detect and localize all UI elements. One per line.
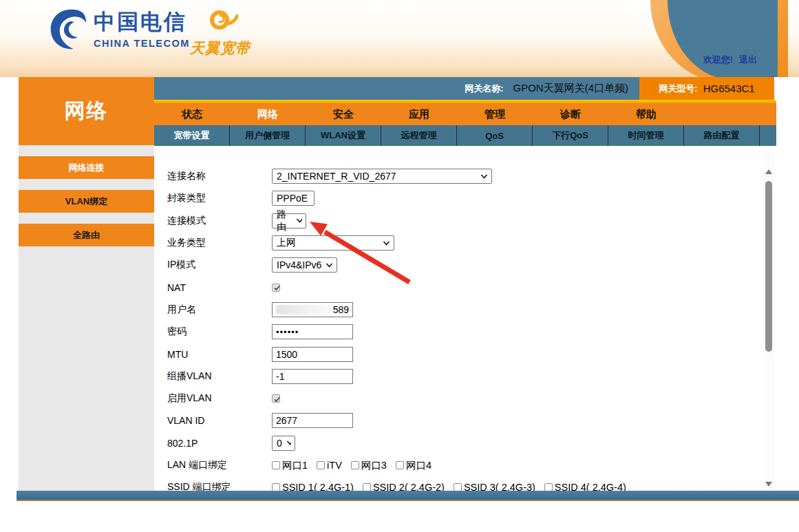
- sidebar-item-vlan-binding[interactable]: VLAN绑定: [19, 190, 154, 213]
- welcome-text: 欢迎您!: [703, 54, 733, 65]
- service-type-label: 业务类型: [167, 237, 272, 249]
- gateway-name-value: GPON天翼网关(4口单频): [513, 82, 628, 95]
- ssid1-checkbox[interactable]: [272, 483, 280, 491]
- form-row-ip-mode: IP模式 IPv4&IPv6: [167, 254, 763, 276]
- subtab-wlan-settings[interactable]: WLAN设置: [306, 125, 381, 146]
- form-row-enable-vlan: 启用VLAN: [167, 387, 763, 409]
- connection-mode-label: 连接模式: [167, 215, 272, 227]
- username-visible-digits: 589: [333, 304, 349, 315]
- subtab-time-management[interactable]: 时间管理: [608, 125, 684, 146]
- username-redaction-blur: [276, 305, 331, 315]
- chevron-down-icon: [296, 218, 302, 223]
- main-menu: 状态 网络 安全 应用 管理 诊断 帮助: [154, 103, 776, 125]
- form-row-username: 用户名 589: [167, 299, 763, 321]
- tab-application[interactable]: 应用: [381, 103, 457, 125]
- ssid4-label: SSID 4( 2.4G-4): [555, 482, 626, 491]
- mtu-value: 1500: [276, 349, 297, 360]
- form-row-multicast-vlan: 组播VLAN -1: [167, 365, 763, 387]
- nat-checkbox[interactable]: [272, 284, 280, 292]
- chevron-down-icon: [383, 241, 390, 246]
- 8021p-label: 802.1P: [167, 438, 272, 449]
- tab-help[interactable]: 帮助: [608, 103, 684, 125]
- multicast-vlan-label: 组播VLAN: [167, 370, 272, 383]
- ssid4-checkbox[interactable]: [544, 483, 553, 491]
- ssid3-checkbox[interactable]: [454, 483, 462, 491]
- china-telecom-logo: 中国电信 CHINA TELECOM: [48, 6, 190, 51]
- vlan-id-input[interactable]: 2677: [272, 413, 353, 428]
- footer-accent-line: [17, 500, 799, 501]
- sidebar-item-network-connection[interactable]: 网络连接: [19, 156, 154, 179]
- lan-itv-checkbox[interactable]: [317, 461, 325, 469]
- lan-itv-label: iTV: [327, 460, 342, 471]
- encapsulation-type-select[interactable]: PPPoE: [272, 191, 315, 206]
- lan-port1-checkbox[interactable]: [272, 461, 280, 469]
- mtu-label: MTU: [167, 349, 272, 360]
- ip-mode-select[interactable]: IPv4&IPv6: [272, 257, 337, 273]
- vertical-scrollbar[interactable]: [763, 146, 775, 491]
- ssid-checkbox-group: SSID 1( 2.4G-1) SSID 2( 2.4G-2) SSID 3( …: [272, 482, 626, 491]
- form-row-encapsulation-type: 封装类型 PPPoE: [167, 187, 763, 209]
- tab-status[interactable]: 状态: [154, 103, 230, 125]
- multicast-vlan-input[interactable]: -1: [272, 369, 353, 384]
- logout-link[interactable]: 退出: [739, 54, 757, 65]
- lan-port4-checkbox[interactable]: [396, 461, 404, 469]
- gateway-model: 网关型号: HG6543C1: [639, 77, 774, 100]
- subtab-route-config[interactable]: 路由配置: [684, 125, 760, 146]
- gateway-model-label: 网关型号:: [659, 83, 697, 95]
- multicast-vlan-value: -1: [276, 371, 284, 382]
- password-input[interactable]: ••••••: [272, 324, 353, 339]
- lan-port3-label: 网口3: [361, 459, 387, 472]
- tab-security[interactable]: 安全: [306, 103, 381, 125]
- scroll-up-arrow-icon[interactable]: [765, 169, 772, 174]
- form-row-8021p: 802.1P 0: [167, 432, 763, 454]
- sidebar: 网络 网络连接 VLAN绑定 全路由: [19, 77, 154, 491]
- subtab-qos[interactable]: QoS: [457, 125, 533, 146]
- vlan-id-value: 2677: [276, 415, 297, 426]
- form-row-nat: NAT: [167, 276, 763, 298]
- logo-text-en: CHINA TELECOM: [94, 38, 190, 49]
- 8021p-select[interactable]: 0: [272, 436, 295, 451]
- tab-diagnosis[interactable]: 诊断: [533, 103, 608, 125]
- lan-port-binding-label: LAN 端口绑定: [167, 459, 272, 471]
- connection-name-select[interactable]: 2_INTERNET_R_VID_2677: [272, 169, 492, 184]
- username-label: 用户名: [167, 304, 272, 316]
- ssid2-checkbox[interactable]: [363, 483, 371, 491]
- sidebar-item-full-route[interactable]: 全路由: [19, 224, 154, 246]
- connection-mode-select[interactable]: 路由: [272, 213, 306, 228]
- encapsulation-type-label: 封装类型: [167, 192, 272, 204]
- connection-name-value: 2_INTERNET_R_VID_2677: [277, 171, 396, 182]
- form-row-lan-port-binding: LAN 端口绑定 网口1 iTV 网口3 网口4: [167, 454, 763, 476]
- lan-port4-label: 网口4: [406, 459, 432, 472]
- service-type-value: 上网: [277, 237, 296, 249]
- service-type-select[interactable]: 上网: [272, 235, 394, 251]
- form-row-ssid-binding: SSID 端口绑定 SSID 1( 2.4G-1) SSID 2( 2.4G-2…: [167, 476, 763, 491]
- password-dots: ••••••: [276, 327, 299, 337]
- subtab-downstream-qos[interactable]: 下行QoS: [533, 125, 608, 146]
- mtu-input[interactable]: 1500: [272, 347, 353, 362]
- password-label: 密码: [167, 326, 272, 338]
- tab-management[interactable]: 管理: [457, 103, 533, 125]
- tianyi-broadband-logo: 天翼宽带: [187, 7, 253, 58]
- logo-text-cn: 中国电信: [94, 8, 190, 36]
- scroll-down-arrow-icon[interactable]: [765, 482, 772, 487]
- sidebar-title: 网络: [19, 77, 154, 145]
- chevron-down-icon: [286, 440, 291, 445]
- tab-network[interactable]: 网络: [230, 103, 306, 125]
- subtab-broadband-settings[interactable]: 宽带设置: [154, 125, 230, 146]
- gateway-info-bar: 网关名称: GPON天翼网关(4口单频) 网关型号: HG6543C1: [154, 77, 774, 100]
- form-row-vlan-id: VLAN ID 2677: [167, 409, 763, 432]
- lan-port1-label: 网口1: [282, 459, 308, 472]
- subtab-remote-management[interactable]: 远程管理: [381, 125, 457, 146]
- lan-port3-checkbox[interactable]: [351, 461, 359, 469]
- encapsulation-type-value: PPPoE: [277, 193, 308, 204]
- ip-mode-label: IP模式: [167, 259, 272, 271]
- logo-text-broadband: 天翼宽带: [187, 39, 253, 58]
- form-row-connection-name: 连接名称 2_INTERNET_R_VID_2677: [167, 165, 763, 187]
- nat-label: NAT: [167, 282, 272, 293]
- username-input[interactable]: 589: [272, 302, 353, 317]
- subtab-user-side-management[interactable]: 用户侧管理: [230, 125, 306, 146]
- gateway-model-value: HG6543C1: [703, 83, 755, 94]
- enable-vlan-checkbox[interactable]: [272, 394, 280, 403]
- vlan-id-label: VLAN ID: [167, 415, 272, 426]
- scrollbar-thumb[interactable]: [765, 181, 772, 352]
